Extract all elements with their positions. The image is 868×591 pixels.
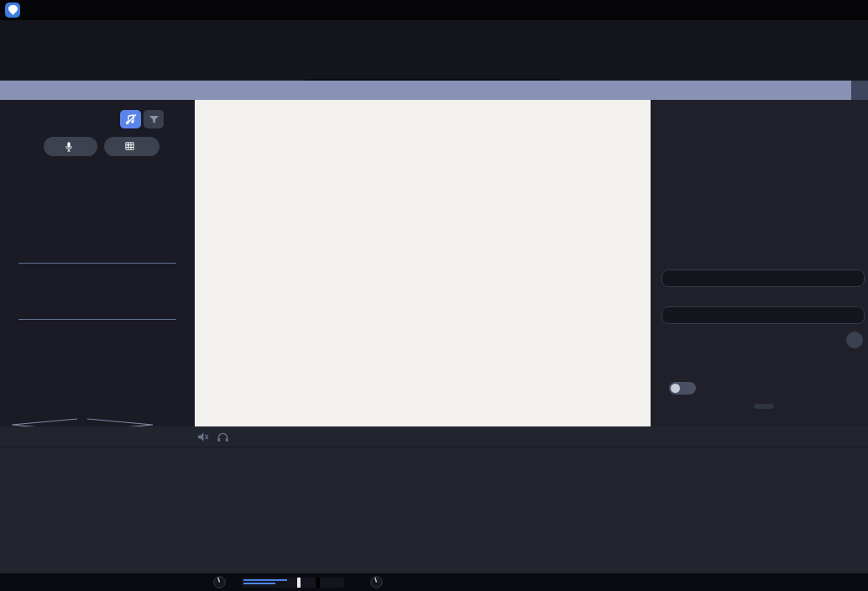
add-tab-button[interactable] [851, 81, 868, 100]
master-strip [0, 573, 868, 591]
artist-input[interactable] [661, 306, 865, 324]
title-bar [0, 0, 868, 20]
score-view[interactable] [195, 100, 651, 426]
decrescendo-icon[interactable] [81, 416, 156, 426]
concert-pitch-toggle[interactable] [669, 382, 696, 395]
edit-note-icon [125, 113, 137, 125]
title-input[interactable] [661, 269, 865, 287]
mixer-header [0, 426, 868, 447]
microphone-icon [65, 141, 73, 153]
filter-icon [149, 115, 159, 124]
multivoice-edit-button[interactable] [120, 110, 141, 128]
master-pan-knob[interactable] [369, 575, 384, 589]
inspector-panel [651, 100, 868, 426]
chords-button[interactable] [104, 137, 159, 156]
mute-all-icon[interactable] [196, 431, 209, 442]
crescendo-icon[interactable] [5, 416, 81, 426]
divider [18, 263, 176, 264]
master-gain-knob[interactable] [212, 575, 227, 589]
notation-palette-sidebar [0, 100, 195, 426]
stylesheet-open-button[interactable] [754, 404, 774, 409]
divider [18, 319, 176, 320]
menu-bar [0, 20, 868, 39]
document-tab-bar [0, 81, 868, 100]
lyrics-button[interactable] [44, 137, 97, 156]
solo-all-icon[interactable] [217, 431, 229, 442]
voice-filter-button[interactable] [144, 110, 164, 128]
hairpin-row [5, 416, 190, 426]
master-volume-slider[interactable] [242, 578, 344, 588]
section-markers-bar [458, 573, 868, 591]
close-button[interactable] [834, 0, 868, 20]
chord-grid-icon [124, 141, 135, 152]
minimize-button[interactable] [767, 0, 801, 20]
maximize-button[interactable] [801, 0, 834, 20]
show-more-button[interactable] [846, 332, 863, 348]
main-toolbar [0, 39, 868, 81]
app-logo-icon [5, 3, 20, 18]
mixer-panel [0, 426, 868, 573]
